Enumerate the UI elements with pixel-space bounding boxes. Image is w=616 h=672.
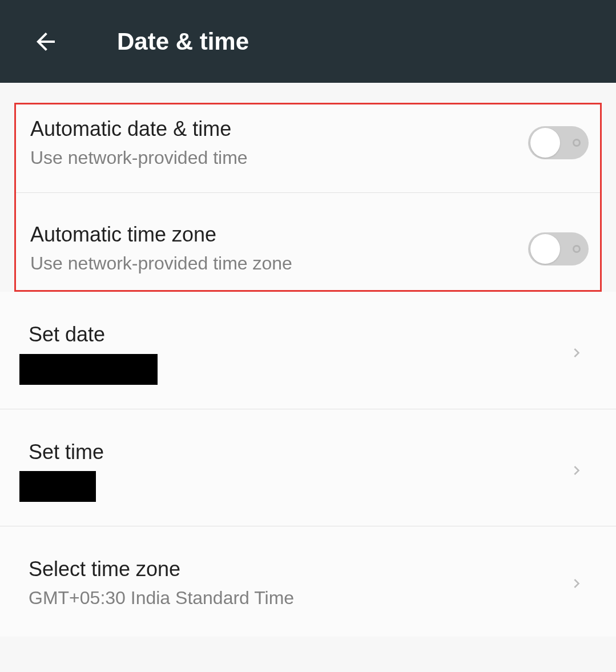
toggle-indicator-icon	[573, 139, 581, 147]
app-header: Date & time	[0, 0, 616, 83]
row-subtitle: Use network-provided time zone	[30, 252, 292, 276]
automatic-time-zone-row[interactable]: Automatic time zone Use network-provided…	[16, 192, 600, 289]
page-title: Date & time	[117, 28, 249, 55]
row-title: Set time	[29, 439, 104, 466]
set-date-row[interactable]: Set date	[0, 292, 616, 409]
select-time-zone-row[interactable]: Select time zone GMT+05:30 India Standar…	[0, 526, 616, 636]
row-title: Automatic date & time	[30, 116, 248, 143]
row-subtitle: GMT+05:30 India Standard Time	[29, 586, 294, 610]
chevron-right-icon	[567, 461, 590, 480]
row-text: Set date	[29, 321, 158, 385]
chevron-right-icon	[567, 344, 590, 362]
row-text: Automatic date & time Use network-provid…	[30, 116, 248, 170]
automatic-date-time-toggle[interactable]	[528, 126, 589, 159]
row-text: Set time	[29, 439, 104, 502]
toggle-knob	[530, 234, 560, 264]
row-text: Automatic time zone Use network-provided…	[30, 222, 292, 275]
row-title: Select time zone	[29, 556, 294, 583]
toggle-knob	[530, 128, 560, 158]
back-icon[interactable]	[29, 25, 63, 59]
automatic-date-time-row[interactable]: Automatic date & time Use network-provid…	[16, 104, 600, 192]
automatic-time-zone-toggle[interactable]	[528, 232, 589, 265]
redacted-date-value	[19, 354, 158, 385]
chevron-right-icon	[567, 574, 590, 593]
row-subtitle: Use network-provided time	[30, 146, 248, 170]
settings-list: Automatic date & time Use network-provid…	[0, 83, 616, 637]
row-title: Automatic time zone	[30, 222, 292, 248]
set-time-row[interactable]: Set time	[0, 409, 616, 527]
redacted-time-value	[19, 471, 96, 502]
highlight-box: Automatic date & time Use network-provid…	[14, 103, 602, 292]
toggle-indicator-icon	[573, 245, 581, 253]
row-title: Set date	[29, 321, 158, 348]
row-text: Select time zone GMT+05:30 India Standar…	[29, 556, 294, 610]
